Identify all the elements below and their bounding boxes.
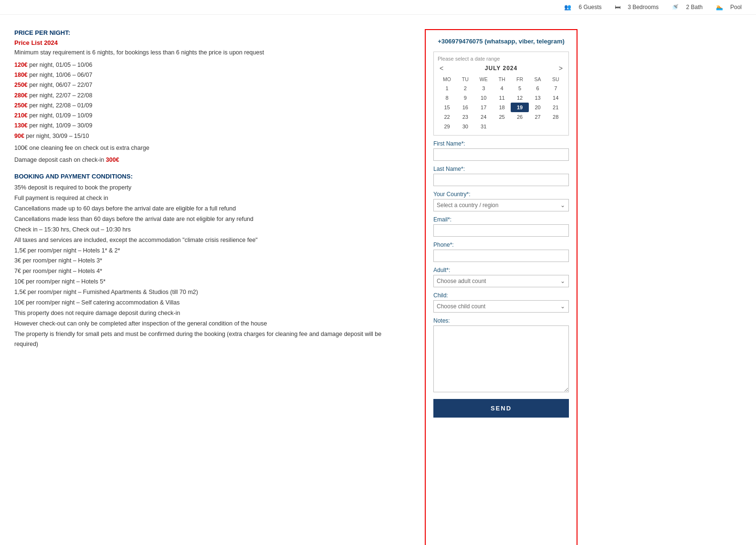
- calendar-day[interactable]: 23: [456, 112, 474, 122]
- price-item: 250€ per night, 06/07 – 22/07: [14, 80, 406, 90]
- booking-item: Full payment is required at check in: [14, 193, 406, 204]
- calendar-prev-button[interactable]: <: [438, 64, 445, 72]
- calendar-day[interactable]: 4: [493, 84, 511, 93]
- calendar-day[interactable]: 8: [438, 93, 456, 103]
- calendar-day[interactable]: 28: [546, 112, 565, 122]
- email-input[interactable]: [433, 224, 569, 237]
- calendar-day[interactable]: 10: [474, 93, 493, 103]
- country-field-group: Your Country*: Select a country / region…: [433, 191, 569, 211]
- calendar-day[interactable]: 17: [474, 103, 493, 112]
- calendar-day-header: SU: [546, 75, 565, 84]
- calendar-month-title: JULY 2024: [445, 65, 557, 72]
- price-item: 130€ per night, 10/09 – 30/09: [14, 121, 406, 131]
- calendar-day[interactable]: 12: [511, 93, 529, 103]
- booking-item: 35% deposit is required to book the prop…: [14, 183, 406, 193]
- adult-select-wrapper: Choose adult count123456 ⌄: [433, 275, 569, 287]
- send-button[interactable]: SEND: [433, 399, 569, 418]
- calendar-day-header: FR: [511, 75, 529, 84]
- calendar-day[interactable]: 13: [529, 93, 547, 103]
- booking-section-title: BOOKING AND PAYMENT CONDITIONS:: [14, 173, 406, 180]
- calendar-day[interactable]: 5: [511, 84, 529, 93]
- calendar-day[interactable]: 7: [546, 84, 565, 93]
- first-name-field-group: First Name*:: [433, 140, 569, 161]
- first-name-label: First Name*:: [433, 140, 569, 147]
- calendar-day: [511, 122, 529, 131]
- guests-icon: 👥: [564, 4, 571, 10]
- price-section-title: PRICE PER NIGHT:: [14, 29, 406, 36]
- calendar-day-header: WE: [474, 75, 493, 84]
- booking-item: All taxes and services are included, exc…: [14, 235, 406, 246]
- calendar-day[interactable]: 16: [456, 103, 474, 112]
- price-intro: Minimum stay requirement is 6 nights, fo…: [14, 48, 406, 57]
- booking-item: The property is friendly for small pets …: [14, 329, 406, 350]
- calendar-day[interactable]: 2: [456, 84, 474, 93]
- calendar-day: [546, 122, 565, 131]
- booking-item: 7€ per room/per night – Hotels 4*: [14, 266, 406, 277]
- calendar-day-header: SA: [529, 75, 547, 84]
- last-name-input[interactable]: [433, 174, 569, 186]
- calendar-day[interactable]: 27: [529, 112, 547, 122]
- price-item: 120€ per night, 01/05 – 10/06: [14, 60, 406, 70]
- booking-item: 3€ per room/per night – Hotels 3*: [14, 256, 406, 266]
- calendar-next-button[interactable]: >: [557, 64, 565, 72]
- calendar-day[interactable]: 21: [546, 103, 565, 112]
- price-item: 210€ per night, 01/09 – 10/09: [14, 111, 406, 121]
- cleaning-fee-row: 100€ one cleaning fee on check out is ex…: [14, 143, 406, 153]
- calendar-day[interactable]: 24: [474, 112, 493, 122]
- booking-item: Check in – 15:30 hrs, Check out – 10:30 …: [14, 225, 406, 235]
- price-item: 180€ per night, 10/06 – 06/07: [14, 70, 406, 80]
- calendar-day[interactable]: 9: [456, 93, 474, 103]
- notes-input[interactable]: [433, 325, 569, 392]
- child-select[interactable]: Choose child count01234: [433, 300, 569, 313]
- price-list: 120€ per night, 01/05 – 10/06180€ per ni…: [14, 60, 406, 141]
- notes-field-group: Notes:: [433, 317, 569, 392]
- calendar-day[interactable]: 15: [438, 103, 456, 112]
- guests-info: 👥 6 Guests: [558, 4, 603, 10]
- calendar-day[interactable]: 20: [529, 103, 547, 112]
- cleaning-fee-text: one cleaning fee on check out is extra c…: [28, 145, 149, 151]
- top-bar: 👥 6 Guests 🛏 3 Bedrooms 🚿 2 Bath 🏊 Pool: [0, 0, 756, 15]
- country-select[interactable]: Select a country / regionGreeceUnited Ki…: [433, 199, 569, 211]
- phone-field-label: Phone*:: [433, 241, 569, 248]
- deposit-amount: 300€: [106, 157, 119, 163]
- adult-field-group: Adult*: Choose adult count123456 ⌄: [433, 267, 569, 287]
- calendar-grid: MOTUWETHFRSASU 1234567891011121314151617…: [438, 75, 565, 131]
- calendar-day[interactable]: 3: [474, 84, 493, 93]
- calendar-day[interactable]: 19: [511, 103, 529, 112]
- calendar-container: Please select a date range < JULY 2024 >…: [433, 52, 569, 136]
- booking-item: However check-out can only be completed …: [14, 319, 406, 329]
- calendar-day-header: MO: [438, 75, 456, 84]
- phone-input[interactable]: [433, 250, 569, 262]
- calendar-day[interactable]: 30: [456, 122, 474, 131]
- calendar-day[interactable]: 29: [438, 122, 456, 131]
- deposit-text: Damage deposit cash on check-in: [14, 157, 106, 163]
- calendar-day[interactable]: 22: [438, 112, 456, 122]
- calendar-day[interactable]: 18: [493, 103, 511, 112]
- calendar-day[interactable]: 11: [493, 93, 511, 103]
- first-name-input[interactable]: [433, 148, 569, 161]
- calendar-day[interactable]: 14: [546, 93, 565, 103]
- calendar-day[interactable]: 26: [511, 112, 529, 122]
- booking-item: Cancellations made less than 60 days bef…: [14, 214, 406, 225]
- booking-item: 1,5€ per room/per night – Hotels 1* & 2*: [14, 246, 406, 256]
- deposit-row: Damage deposit cash on check-in 300€: [14, 155, 406, 165]
- booking-item: This property does not require damage de…: [14, 308, 406, 319]
- calendar-day-header: TH: [493, 75, 511, 84]
- calendar-day[interactable]: 6: [529, 84, 547, 93]
- calendar-header: < JULY 2024 >: [438, 64, 565, 72]
- bath-icon: 🚿: [672, 4, 679, 10]
- booking-items-list: 35% deposit is required to book the prop…: [14, 183, 406, 350]
- calendar-day[interactable]: 25: [493, 112, 511, 122]
- country-label: Your Country*:: [433, 191, 569, 198]
- child-label: Child:: [433, 292, 569, 299]
- calendar-prompt: Please select a date range: [438, 56, 565, 62]
- phone-field-group: Phone*:: [433, 241, 569, 262]
- calendar-day[interactable]: 31: [474, 122, 493, 131]
- booking-item: 1,5€ per room/per night – Furnished Apar…: [14, 287, 406, 298]
- calendar-day-header: TU: [456, 75, 474, 84]
- adult-select[interactable]: Choose adult count123456: [433, 275, 569, 287]
- cleaning-fee-amount: 100€: [14, 145, 28, 151]
- left-panel: PRICE PER NIGHT: Price List 2024 Minimum…: [14, 29, 425, 545]
- calendar-day[interactable]: 1: [438, 84, 456, 93]
- calendar-day: [529, 122, 547, 131]
